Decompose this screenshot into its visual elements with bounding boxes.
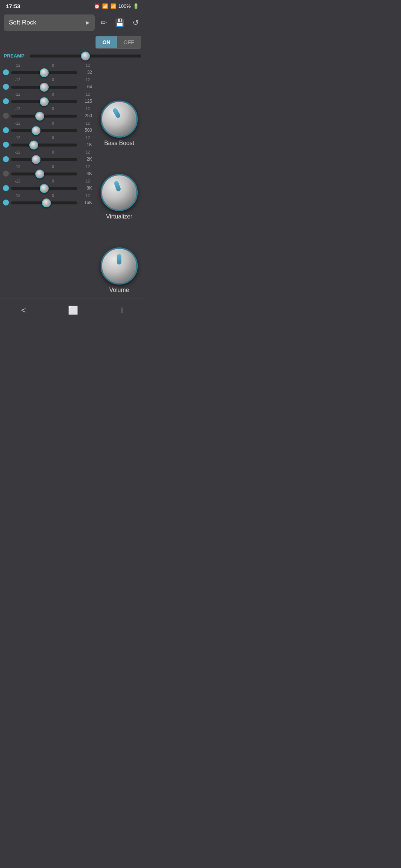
menu-button[interactable]: ⦀	[111, 303, 133, 318]
eq-band-2k: -12 0 12 2K	[1, 149, 94, 164]
header: Soft Rock ▶ ✏ 💾 ↺	[0, 12, 145, 33]
volume-label: Volume	[109, 287, 129, 293]
band-slider-8k[interactable]	[11, 187, 77, 190]
band-freq-125: 125	[79, 99, 92, 104]
band-slider-1k[interactable]	[11, 144, 77, 147]
home-button[interactable]: ⬜	[59, 303, 87, 318]
scale-mid: 0	[52, 136, 54, 140]
scale-mid: 0	[52, 92, 54, 96]
scale-max: 12	[86, 165, 90, 169]
band-dot-1k[interactable]	[3, 142, 9, 148]
scale-min: -12	[15, 165, 20, 169]
slider-row: 64	[1, 82, 94, 92]
battery-percent: 100%	[118, 3, 131, 9]
band-slider-32[interactable]	[11, 71, 77, 74]
scale-min: -12	[15, 92, 20, 96]
nav-bar: < ⬜ ⦀	[0, 299, 145, 322]
scale-min: -12	[15, 150, 20, 154]
eq-band-16k: -12 0 12 16K	[1, 193, 94, 207]
band-dot-16k[interactable]	[3, 200, 9, 206]
signal-icon: 📶	[110, 3, 116, 9]
scale-mid: 0	[52, 179, 54, 183]
band-dot-64[interactable]	[3, 84, 9, 90]
band-slider-64[interactable]	[11, 86, 77, 89]
slider-row: 8K	[1, 183, 94, 193]
band-dot-2k[interactable]	[3, 156, 9, 162]
virtualizer-knob-container: Virtualizer	[101, 174, 138, 220]
save-button[interactable]: 💾	[113, 16, 127, 29]
band-slider-wrap	[11, 112, 77, 119]
bass-boost-knob[interactable]	[101, 101, 138, 138]
band-freq-500: 500	[79, 128, 92, 133]
preset-dropdown[interactable]: Soft Rock ▶	[4, 14, 95, 31]
band-dot-250[interactable]	[3, 113, 9, 119]
scale-min: -12	[15, 136, 20, 140]
band-slider-500[interactable]	[11, 129, 77, 132]
scale-mid: 0	[52, 121, 54, 125]
scale-min: -12	[15, 63, 20, 68]
band-slider-wrap	[11, 98, 77, 105]
band-slider-125[interactable]	[11, 100, 77, 103]
scale-max: 12	[86, 150, 90, 154]
band-freq-4k: 4K	[79, 171, 92, 176]
back-button[interactable]: <	[12, 303, 35, 318]
scale-max: 12	[86, 136, 90, 140]
dropdown-arrow-icon: ▶	[86, 20, 89, 25]
scale-mid: 0	[52, 194, 54, 198]
band-freq-16k: 16K	[79, 200, 92, 205]
band-slider-wrap	[11, 83, 77, 90]
scale-min: -12	[15, 121, 20, 125]
slider-row: 32	[1, 68, 94, 77]
eq-band-250: -12 0 12 250	[1, 106, 94, 121]
eq-band-4k: -12 0 12 4K	[1, 164, 94, 178]
band-dot-125[interactable]	[3, 98, 9, 104]
band-dot-8k[interactable]	[3, 185, 9, 191]
scale-min: -12	[15, 107, 20, 111]
bass-boost-label: Bass Boost	[104, 140, 134, 147]
eq-band-32: -12 0 12 32	[1, 63, 94, 77]
slider-row: 1K	[1, 140, 94, 149]
band-dot-32[interactable]	[3, 69, 9, 75]
preamp-slider[interactable]	[30, 55, 141, 57]
scale-max: 12	[86, 179, 90, 183]
main-content: -12 0 12 32 -12 0 12	[0, 63, 145, 296]
slider-row: 2K	[1, 154, 94, 164]
scale-row: -12 0 12	[1, 149, 94, 154]
band-slider-16k[interactable]	[11, 201, 77, 204]
eq-band-64: -12 0 12 64	[1, 77, 94, 92]
band-slider-wrap	[11, 199, 77, 206]
volume-knob-container: Volume	[101, 247, 138, 293]
slider-row: 500	[1, 125, 94, 135]
band-slider-wrap	[11, 170, 77, 177]
band-slider-2k[interactable]	[11, 158, 77, 161]
scale-row: -12 0 12	[1, 63, 94, 68]
on-off-toggle[interactable]: ON OFF	[95, 36, 141, 49]
edit-button[interactable]: ✏	[98, 16, 109, 29]
eq-band-1k: -12 0 12 1K	[1, 135, 94, 149]
toggle-off-button[interactable]: OFF	[117, 36, 141, 48]
band-slider-4k[interactable]	[11, 172, 77, 175]
reset-button[interactable]: ↺	[130, 16, 141, 29]
virtualizer-knob[interactable]	[101, 174, 138, 211]
eq-band-500: -12 0 12 500	[1, 121, 94, 135]
preamp-slider-wrap	[30, 52, 141, 59]
virtualizer-label: Virtualizer	[106, 213, 133, 220]
band-freq-64: 64	[79, 84, 92, 89]
toggle-on-button[interactable]: ON	[96, 36, 117, 48]
scale-row: -12 0 12	[1, 92, 94, 96]
band-freq-32: 32	[79, 70, 92, 75]
band-freq-8k: 8K	[79, 185, 92, 191]
band-slider-250[interactable]	[11, 115, 77, 118]
scale-min: -12	[15, 194, 20, 198]
preamp-label: PREAMP	[4, 53, 26, 59]
bass-boost-knob-container: Bass Boost	[101, 101, 138, 147]
band-dot-500[interactable]	[3, 127, 9, 133]
band-dot-4k[interactable]	[3, 171, 9, 177]
volume-knob[interactable]	[101, 247, 138, 285]
scale-row: -12 0 12	[1, 106, 94, 111]
slider-row: 16K	[1, 198, 94, 207]
band-slider-wrap	[11, 185, 77, 191]
band-slider-wrap	[11, 156, 77, 162]
scale-row: -12 0 12	[1, 164, 94, 169]
eq-band-125: -12 0 12 125	[1, 92, 94, 106]
